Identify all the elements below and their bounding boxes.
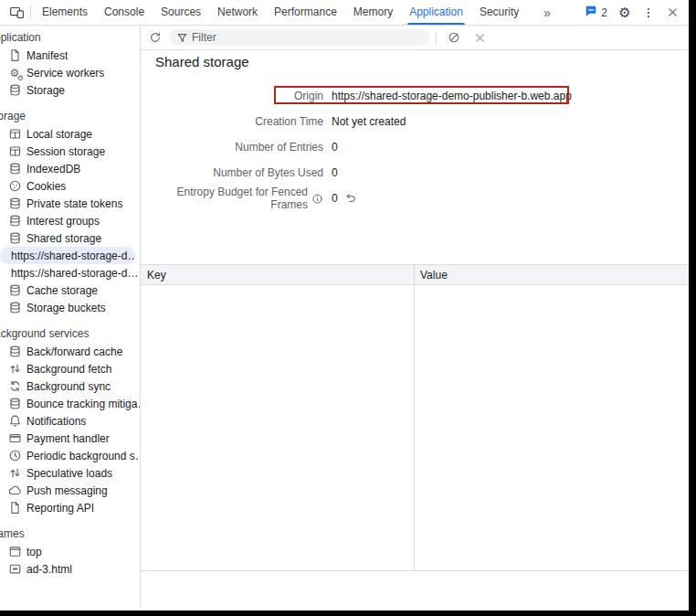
sidebar-item[interactable]: ⚙⚙ Service workers [0, 64, 140, 81]
field-value: https://shared-storage-demo-publisher-b.… [332, 90, 572, 102]
sidebar-section: Frames top ad-3.html [0, 526, 140, 578]
sidebar-item[interactable]: Periodic background s… [0, 447, 140, 464]
devtools-tab[interactable]: Security [471, 0, 527, 25]
sidebar-item[interactable]: Notifications [0, 412, 140, 430]
devtools-tab[interactable]: Performance [266, 0, 345, 25]
info-icon[interactable] [311, 193, 323, 205]
issues-count: 2 [601, 6, 607, 19]
sidebar-item[interactable]: Background sync [0, 377, 140, 395]
window-edge-right [689, 0, 696, 616]
filter-funnel-icon [177, 33, 187, 43]
sidebar-section-title: Storage [0, 108, 140, 124]
field-value: 0 [332, 141, 338, 154]
sidebar-item[interactable]: Storage buckets [0, 299, 140, 316]
filter-box [170, 29, 429, 46]
preview-pane-empty [141, 571, 696, 616]
sidebar-item[interactable]: Session storage [0, 143, 140, 160]
sidebar-item[interactable]: Manifest [0, 47, 140, 64]
sidebar-item-label: Storage buckets [26, 302, 106, 314]
sidebar-item[interactable]: Speculative loads [0, 464, 140, 482]
kebab-menu-icon[interactable] [638, 2, 659, 24]
sidebar-item[interactable]: Private state tokens [0, 195, 140, 212]
sidebar-item[interactable]: https://shared-storage-d… [0, 264, 140, 281]
sidebar-item-label: Private state tokens [26, 197, 122, 210]
sidebar-item-label: top [26, 546, 42, 558]
table-key-column [141, 285, 415, 570]
sidebar-item-label: Local storage [26, 128, 92, 141]
field-label: Number of Bytes Used [213, 166, 323, 179]
sidebar-item[interactable]: Shared storage [0, 229, 140, 247]
report-field: Number of Bytes Used 0 [141, 160, 696, 186]
sidebar-item[interactable]: ad-3.html [0, 560, 140, 578]
sidebar-item[interactable]: Local storage [0, 125, 140, 143]
clear-all-icon[interactable] [443, 27, 465, 48]
sidebar-item-label: Back/forward cache [26, 345, 122, 358]
refresh-icon[interactable] [144, 27, 166, 48]
sidebar-item[interactable]: Reporting API [0, 499, 140, 516]
arrows-updown-icon [7, 466, 22, 481]
table-icon [7, 127, 22, 142]
database-icon [7, 83, 22, 98]
sidebar-item[interactable]: Back/forward cache [0, 343, 140, 360]
sidebar-item[interactable]: IndexedDB [0, 160, 140, 177]
tab-label: Sources [161, 5, 201, 18]
sidebar-item[interactable]: Push messaging [0, 482, 140, 499]
devtools-tab[interactable]: Sources [153, 0, 209, 25]
sync-icon [7, 379, 22, 394]
frame-icon [7, 545, 22, 559]
sidebar-item[interactable]: Cookies [0, 177, 140, 195]
sidebar-item[interactable]: Bounce tracking mitiga… [0, 395, 140, 412]
sidebar-item-label: Speculative loads [26, 467, 112, 480]
more-tabs-icon[interactable]: » [536, 1, 558, 25]
report-field: Creation Time Not yet created [141, 109, 696, 134]
sidebar-item[interactable]: Background fetch [0, 360, 140, 377]
devtools-tab[interactable]: Network [209, 0, 266, 25]
sidebar-item-label: Background fetch [26, 363, 111, 376]
devtools-tab[interactable]: Memory [345, 0, 401, 25]
database-icon [7, 345, 22, 359]
tab-label: Console [104, 5, 144, 18]
tab-label: Network [217, 5, 258, 18]
sidebar-item[interactable]: Interest groups [0, 212, 140, 229]
sidebar-item-label: Background sync [26, 380, 111, 393]
page-title: Shared storage [155, 54, 696, 70]
toggle-device-toolbar-icon[interactable] [5, 2, 27, 24]
filter-input[interactable] [192, 31, 422, 44]
shared-storage-panel: Shared storage Origin https://shared-sto… [141, 26, 696, 616]
sidebar-item-label: https://shared-storage-d… [11, 267, 138, 280]
field-label: Creation Time [255, 115, 323, 128]
devtools-tab[interactable]: Console [96, 0, 153, 25]
sidebar-item-label: Bounce tracking mitiga… [26, 398, 140, 410]
sidebar-item-label: https://shared-storage-d… [11, 250, 135, 262]
delete-selected-icon[interactable] [469, 27, 490, 48]
devtools-tabbar: Elements Console Sources Network Perform… [0, 0, 696, 26]
field-label: Number of Entries [235, 141, 323, 154]
sidebar-item-label: Periodic background s… [26, 450, 140, 462]
sidebar-item-label: Shared storage [26, 232, 101, 245]
tab-label: Memory [353, 5, 393, 18]
sidebar-item[interactable]: top [0, 543, 140, 560]
issues-button[interactable]: 2 [580, 5, 612, 20]
sidebar-item[interactable]: Storage [0, 81, 140, 99]
sidebar-item-label: Storage [26, 84, 65, 97]
sidebar-item[interactable]: Cache storage [0, 281, 140, 299]
close-devtools-icon[interactable] [661, 2, 683, 24]
sidebar-item-label: Notifications [26, 415, 86, 428]
database-icon [7, 231, 22, 246]
devtools-tab[interactable]: Elements [34, 0, 96, 25]
sidebar-item-label: Payment handler [26, 432, 110, 445]
sidebar-item[interactable]: Payment handler [0, 430, 140, 447]
sidebar-item-label: IndexedDB [26, 163, 80, 175]
tab-label: Security [480, 5, 519, 18]
toolbar-divider [436, 31, 437, 45]
sidebar-item-label: Interest groups [26, 215, 100, 228]
sidebar-item[interactable]: https://shared-storage-d… [0, 247, 135, 264]
table-header-key[interactable]: Key [141, 265, 415, 284]
table-header-value[interactable]: Value [415, 265, 696, 284]
table-body-empty [141, 285, 696, 571]
application-sidebar: Application Manifest ⚙⚙ Service workers … [0, 26, 141, 616]
metadata-report: Origin https://shared-storage-demo-publi… [141, 83, 696, 211]
reset-budget-icon[interactable] [345, 192, 358, 205]
devtools-tab[interactable]: Application [401, 0, 471, 25]
settings-gear-icon[interactable]: ⚙ [614, 2, 636, 24]
